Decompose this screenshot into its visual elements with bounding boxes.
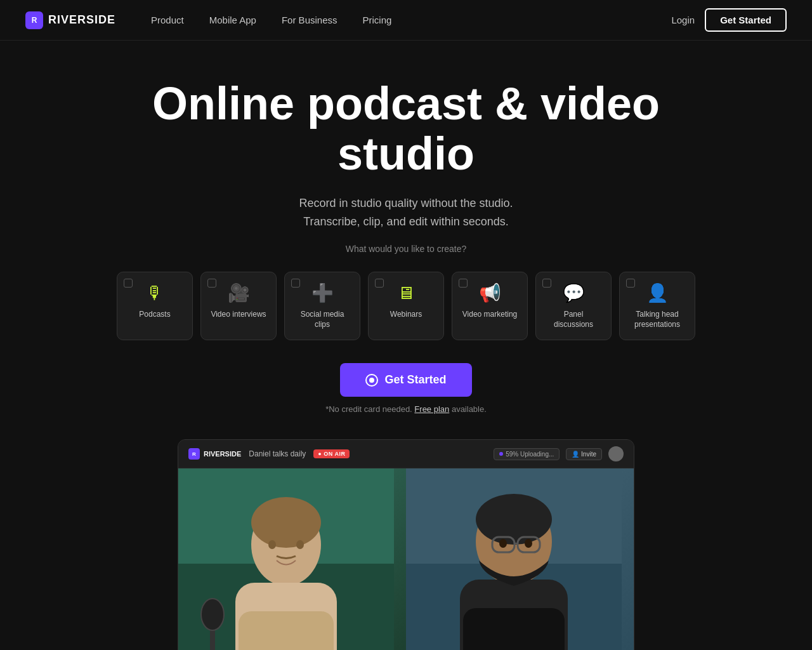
upload-badge: 59% Uploading... <box>494 448 560 460</box>
cat-label-video-interviews: Video interviews <box>211 310 266 320</box>
video-grid: Daniel <box>178 468 634 650</box>
person-silhouette-right <box>406 468 622 650</box>
logo-icon: R <box>25 11 43 29</box>
hero-title: Online podcast & video studio <box>121 79 691 179</box>
cat-label-panel: Panel discussions <box>544 310 603 329</box>
social-media-icon: ➕ <box>311 282 334 303</box>
cat-card-video-interviews[interactable]: 🎥 Video interviews <box>200 272 277 340</box>
svg-rect-20 <box>463 608 565 650</box>
video-cell-right: Stephan <box>406 468 634 650</box>
get-started-label: Get Started <box>384 373 446 387</box>
navbar: R RIVERSIDE Product Mobile App For Busin… <box>0 0 812 41</box>
nav-links: Product Mobile App For Business Pricing <box>141 10 671 30</box>
cat-card-podcasts[interactable]: 🎙 Podcasts <box>117 272 193 340</box>
svg-point-5 <box>268 540 276 549</box>
free-plan-link[interactable]: Free plan <box>414 404 449 414</box>
record-icon <box>365 374 378 387</box>
login-button[interactable]: Login <box>671 15 695 25</box>
svg-rect-9 <box>239 611 334 650</box>
svg-point-6 <box>296 540 304 549</box>
cat-card-social-media[interactable]: ➕ Social media clips <box>284 272 360 340</box>
invite-button[interactable]: 👤 Invite <box>566 448 602 460</box>
cat-checkbox-podcasts[interactable] <box>124 279 133 288</box>
cat-checkbox-webinars[interactable] <box>375 279 384 288</box>
category-cards: 🎙 Podcasts 🎥 Video interviews ➕ Social m… <box>25 272 787 340</box>
svg-point-14 <box>476 494 552 545</box>
nav-link-mobile-app[interactable]: Mobile App <box>199 10 266 30</box>
record-dot <box>369 378 374 383</box>
nav-get-started-button[interactable]: Get Started <box>705 8 787 32</box>
user-avatar <box>608 446 624 461</box>
app-bar-right: 59% Uploading... 👤 Invite <box>494 446 624 461</box>
svg-point-8 <box>201 599 224 630</box>
svg-point-19 <box>525 539 532 548</box>
session-name: Daniel talks daily <box>249 449 306 458</box>
app-preview-bar: R RIVERSIDE Daniel talks daily ● ON AIR … <box>178 440 634 468</box>
logo-text: RIVERSIDE <box>48 13 115 27</box>
cta-section: Get Started *No credit card needed. Free… <box>25 363 787 414</box>
cat-checkbox-video-marketing[interactable] <box>459 279 468 288</box>
svg-point-4 <box>251 497 321 548</box>
talking-head-icon: 👤 <box>646 282 669 303</box>
cta-note: *No credit card needed. Free plan availa… <box>325 404 487 414</box>
person-silhouette-left <box>178 468 394 650</box>
nav-link-product[interactable]: Product <box>141 10 194 30</box>
cat-checkbox-panel[interactable] <box>542 279 551 288</box>
nav-link-for-business[interactable]: For Business <box>272 10 348 30</box>
cat-label-social-media: Social media clips <box>292 310 352 329</box>
cat-label-podcasts: Podcasts <box>139 310 170 320</box>
logo[interactable]: R RIVERSIDE <box>25 11 115 29</box>
get-started-button[interactable]: Get Started <box>340 363 471 397</box>
hero-question: What would you like to create? <box>25 244 787 254</box>
webinars-icon: 🖥 <box>397 282 415 303</box>
cat-label-video-marketing: Video marketing <box>462 310 518 320</box>
cat-card-panel-discussions[interactable]: 💬 Panel discussions <box>535 272 612 340</box>
hero-subtitle: Record in studio quality without the stu… <box>25 194 787 231</box>
nav-link-pricing[interactable]: Pricing <box>353 10 402 30</box>
cat-label-webinars: Webinars <box>390 310 422 320</box>
video-interviews-icon: 🎥 <box>228 282 250 303</box>
nav-actions: Login Get Started <box>671 8 787 32</box>
cat-checkbox-social-media[interactable] <box>291 279 300 288</box>
cat-card-webinars[interactable]: 🖥 Webinars <box>368 272 444 340</box>
cat-checkbox-talking-head[interactable] <box>626 279 635 288</box>
app-logo-icon: R <box>188 448 200 460</box>
hero-section: Online podcast & video studio Record in … <box>0 41 812 650</box>
cat-checkbox-video-interviews[interactable] <box>207 279 216 288</box>
video-cell-left: Daniel <box>178 468 406 650</box>
podcast-icon: 🎙 <box>146 282 164 303</box>
cat-label-talking-head: Talking head presentations <box>627 310 687 329</box>
video-marketing-icon: 📢 <box>479 282 501 303</box>
app-preview-logo: R RIVERSIDE <box>188 448 241 460</box>
cat-card-talking-head[interactable]: 👤 Talking head presentations <box>619 272 695 340</box>
app-preview: R RIVERSIDE Daniel talks daily ● ON AIR … <box>178 439 634 650</box>
cat-card-video-marketing[interactable]: 📢 Video marketing <box>452 272 528 340</box>
upload-dot <box>499 452 503 456</box>
svg-point-18 <box>499 539 507 548</box>
on-air-badge: ● ON AIR <box>313 449 350 458</box>
panel-icon: 💬 <box>563 282 585 303</box>
